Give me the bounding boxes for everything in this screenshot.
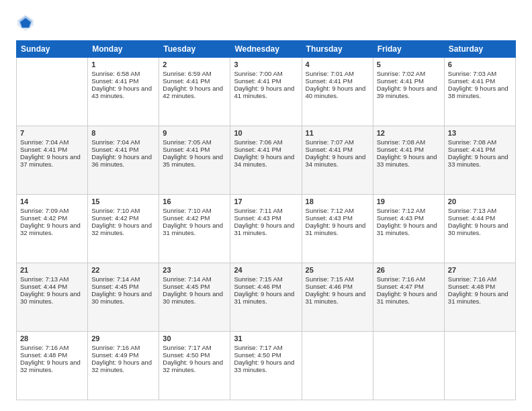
col-header-sunday: Sunday [17,41,88,58]
daylight-text: Daylight: 9 hours and 33 minutes. [377,153,441,168]
sunrise-text: Sunrise: 7:13 AM [20,275,84,283]
day-number: 18 [306,197,369,205]
daylight-text: Daylight: 9 hours and 43 minutes. [91,85,155,99]
sunrise-text: Sunrise: 7:03 AM [448,70,512,77]
sunrise-text: Sunrise: 7:04 AM [20,138,84,146]
sunrise-text: Sunrise: 7:00 AM [234,70,298,77]
sunrise-text: Sunrise: 7:13 AM [448,207,512,214]
calendar-cell: 13Sunrise: 7:08 AMSunset: 4:41 PMDayligh… [444,126,515,195]
week-row-5: 28Sunrise: 7:16 AMSunset: 4:48 PMDayligh… [17,332,516,400]
calendar-cell [302,332,373,400]
sunset-text: Sunset: 4:41 PM [306,77,369,85]
sunrise-text: Sunrise: 7:15 AM [234,275,298,283]
sunset-text: Sunset: 4:41 PM [377,146,441,153]
calendar-cell [17,58,88,126]
day-number: 20 [448,197,512,205]
col-header-thursday: Thursday [302,41,373,58]
sunrise-text: Sunrise: 7:12 AM [306,207,369,214]
sunset-text: Sunset: 4:41 PM [163,77,226,85]
daylight-text: Daylight: 9 hours and 32 minutes. [91,222,155,236]
day-number: 13 [448,129,512,137]
daylight-text: Daylight: 9 hours and 36 minutes. [91,153,155,168]
sunset-text: Sunset: 4:42 PM [20,214,84,222]
calendar-cell: 8Sunrise: 7:04 AMSunset: 4:41 PMDaylight… [88,126,159,195]
day-number: 22 [91,266,155,274]
calendar-cell: 18Sunrise: 7:12 AMSunset: 4:43 PMDayligh… [302,195,373,263]
sunrise-text: Sunrise: 7:09 AM [20,207,84,214]
calendar-cell: 22Sunrise: 7:14 AMSunset: 4:45 PMDayligh… [88,263,159,332]
day-number: 9 [163,129,226,137]
day-number: 11 [306,129,369,137]
daylight-text: Daylight: 9 hours and 40 minutes. [306,85,369,99]
daylight-text: Daylight: 9 hours and 31 minutes. [377,290,441,305]
calendar-cell: 15Sunrise: 7:10 AMSunset: 4:42 PMDayligh… [88,195,159,263]
daylight-text: Daylight: 9 hours and 37 minutes. [20,153,84,168]
sunset-text: Sunset: 4:41 PM [20,146,84,153]
sunset-text: Sunset: 4:46 PM [234,283,298,290]
daylight-text: Daylight: 9 hours and 32 minutes. [163,359,226,373]
sunset-text: Sunset: 4:41 PM [234,77,298,85]
day-number: 5 [377,60,441,68]
daylight-text: Daylight: 9 hours and 41 minutes. [234,85,298,99]
day-number: 25 [306,266,369,274]
sunrise-text: Sunrise: 6:58 AM [91,70,155,77]
sunrise-text: Sunrise: 7:16 AM [377,275,441,283]
sunset-text: Sunset: 4:44 PM [20,283,84,290]
sunset-text: Sunset: 4:41 PM [448,77,512,85]
calendar-cell: 23Sunrise: 7:14 AMSunset: 4:45 PMDayligh… [159,263,230,332]
sunrise-text: Sunrise: 7:16 AM [20,344,84,351]
day-number: 16 [163,197,226,205]
calendar-cell [373,332,444,400]
sunrise-text: Sunrise: 7:17 AM [163,344,226,351]
sunrise-text: Sunrise: 7:11 AM [234,207,298,214]
calendar-cell: 7Sunrise: 7:04 AMSunset: 4:41 PMDaylight… [17,126,88,195]
calendar-cell: 20Sunrise: 7:13 AMSunset: 4:44 PMDayligh… [444,195,515,263]
daylight-text: Daylight: 9 hours and 32 minutes. [20,359,84,373]
week-row-3: 14Sunrise: 7:09 AMSunset: 4:42 PMDayligh… [17,195,516,263]
daylight-text: Daylight: 9 hours and 33 minutes. [448,153,512,168]
calendar-cell: 9Sunrise: 7:05 AMSunset: 4:41 PMDaylight… [159,126,230,195]
calendar-cell: 5Sunrise: 7:02 AMSunset: 4:41 PMDaylight… [373,58,444,126]
daylight-text: Daylight: 9 hours and 34 minutes. [306,153,369,168]
sunrise-text: Sunrise: 7:08 AM [377,138,441,146]
sunset-text: Sunset: 4:41 PM [91,146,155,153]
header [16,13,516,32]
sunset-text: Sunset: 4:41 PM [306,146,369,153]
daylight-text: Daylight: 9 hours and 30 minutes. [163,290,226,305]
col-header-tuesday: Tuesday [159,41,230,58]
daylight-text: Daylight: 9 hours and 33 minutes. [234,359,298,373]
sunset-text: Sunset: 4:45 PM [91,283,155,290]
daylight-text: Daylight: 9 hours and 30 minutes. [20,290,84,305]
sunrise-text: Sunrise: 7:08 AM [448,138,512,146]
day-number: 12 [377,129,441,137]
daylight-text: Daylight: 9 hours and 42 minutes. [163,85,226,99]
sunrise-text: Sunrise: 7:15 AM [306,275,369,283]
daylight-text: Daylight: 9 hours and 31 minutes. [306,290,369,305]
day-number: 7 [20,129,84,137]
calendar-cell: 1Sunrise: 6:58 AMSunset: 4:41 PMDaylight… [88,58,159,126]
calendar-cell: 30Sunrise: 7:17 AMSunset: 4:50 PMDayligh… [159,332,230,400]
calendar-cell: 14Sunrise: 7:09 AMSunset: 4:42 PMDayligh… [17,195,88,263]
daylight-text: Daylight: 9 hours and 38 minutes. [448,85,512,99]
day-number: 30 [163,334,226,342]
sunset-text: Sunset: 4:45 PM [163,283,226,290]
day-number: 10 [234,129,298,137]
col-header-wednesday: Wednesday [230,41,302,58]
daylight-text: Daylight: 9 hours and 31 minutes. [163,222,226,236]
sunset-text: Sunset: 4:49 PM [91,351,155,359]
calendar-cell: 25Sunrise: 7:15 AMSunset: 4:46 PMDayligh… [302,263,373,332]
daylight-text: Daylight: 9 hours and 32 minutes. [20,222,84,236]
calendar-cell: 24Sunrise: 7:15 AMSunset: 4:46 PMDayligh… [230,263,302,332]
sunrise-text: Sunrise: 7:01 AM [306,70,369,77]
sunrise-text: Sunrise: 7:07 AM [306,138,369,146]
sunrise-text: Sunrise: 7:02 AM [377,70,441,77]
logo [16,13,38,32]
sunset-text: Sunset: 4:43 PM [377,214,441,222]
week-row-1: 1Sunrise: 6:58 AMSunset: 4:41 PMDaylight… [17,58,516,126]
daylight-text: Daylight: 9 hours and 31 minutes. [377,222,441,236]
day-number: 27 [448,266,512,274]
sunrise-text: Sunrise: 7:17 AM [234,344,298,351]
sunrise-text: Sunrise: 7:12 AM [377,207,441,214]
calendar-cell: 12Sunrise: 7:08 AMSunset: 4:41 PMDayligh… [373,126,444,195]
sunrise-text: Sunrise: 7:04 AM [91,138,155,146]
